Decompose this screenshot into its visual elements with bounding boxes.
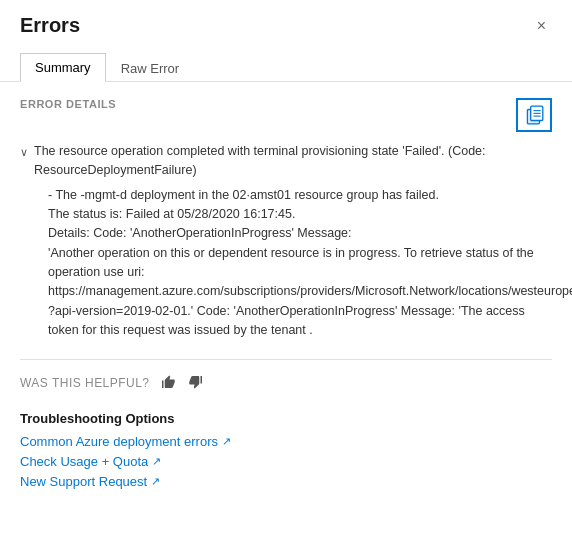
troubleshoot-link-1[interactable]: Check Usage + Quota ↗	[20, 454, 552, 469]
troubleshoot-section: Troubleshooting Options Common Azure dep…	[20, 411, 552, 489]
main-error-text: The resource operation completed with te…	[34, 142, 552, 180]
panel-title: Errors	[20, 14, 80, 37]
error-main-row: ∨ The resource operation completed with …	[20, 142, 552, 180]
thumbup-button[interactable]	[158, 374, 178, 393]
error-details-label: ERROR DETAILS	[20, 98, 116, 110]
thumbdown-icon	[188, 374, 204, 390]
helpful-label: WAS THIS HELPFUL?	[20, 376, 150, 390]
error-sub-line1: - The -mgmt-d deployment in the 02·amst0…	[48, 186, 552, 205]
divider	[20, 359, 552, 360]
error-sub-line2: The status is: Failed at 05/28/2020 16:1…	[48, 205, 552, 224]
thumbup-icon	[160, 374, 176, 390]
errors-panel: Errors × Summary Raw Error ERROR DETAILS	[0, 0, 572, 551]
close-button[interactable]: ×	[531, 16, 552, 36]
troubleshoot-link-0[interactable]: Common Azure deployment errors ↗	[20, 434, 552, 449]
chevron-icon: ∨	[20, 144, 28, 161]
troubleshoot-link-2-text: New Support Request	[20, 474, 147, 489]
troubleshoot-link-2[interactable]: New Support Request ↗	[20, 474, 552, 489]
panel-header: Errors ×	[0, 0, 572, 47]
external-link-icon-2: ↗	[151, 475, 160, 488]
panel-content: ERROR DETAILS ∨ The resource ope	[0, 82, 572, 510]
tab-raw-error[interactable]: Raw Error	[106, 53, 195, 82]
external-link-icon-0: ↗	[222, 435, 231, 448]
troubleshoot-link-1-text: Check Usage + Quota	[20, 454, 148, 469]
error-sub-block: - The -mgmt-d deployment in the 02·amst0…	[48, 186, 552, 341]
error-block: ∨ The resource operation completed with …	[20, 142, 552, 341]
troubleshoot-title: Troubleshooting Options	[20, 411, 552, 426]
error-sub-line3: Details: Code: 'AnotherOperationInProgre…	[48, 224, 552, 243]
thumbdown-button[interactable]	[186, 374, 206, 393]
helpful-row: WAS THIS HELPFUL?	[20, 374, 552, 393]
tab-summary[interactable]: Summary	[20, 53, 106, 82]
copy-button[interactable]	[516, 98, 552, 132]
external-link-icon-1: ↗	[152, 455, 161, 468]
error-sub-line4: 'Another operation on this or dependent …	[48, 244, 552, 341]
copy-icon	[523, 104, 545, 126]
error-details-header: ERROR DETAILS	[20, 98, 552, 132]
troubleshoot-link-0-text: Common Azure deployment errors	[20, 434, 218, 449]
tab-bar: Summary Raw Error	[0, 47, 572, 82]
